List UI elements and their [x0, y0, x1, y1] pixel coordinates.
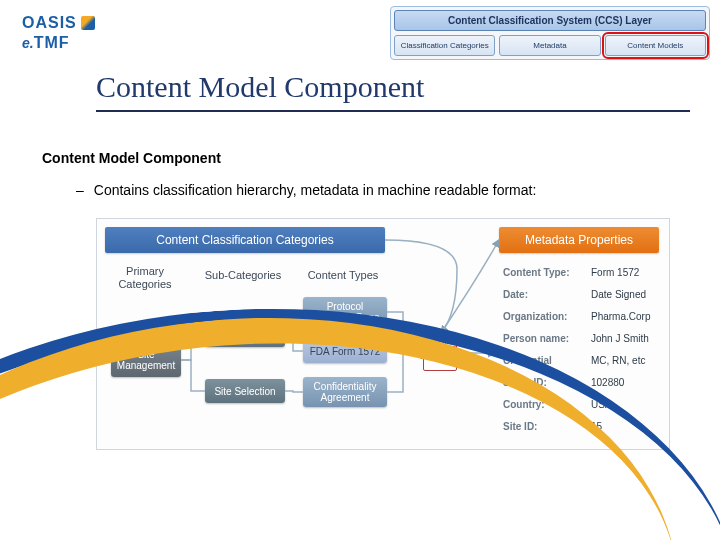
meta-label-3: Person name: — [503, 333, 569, 344]
meta-value-5: 102880 — [591, 377, 624, 388]
meta-value-0: Form 1572 — [591, 267, 639, 278]
logo-area: OASIS e.TMF — [22, 14, 95, 52]
oasis-badge-icon — [81, 16, 95, 30]
subheading: Content Model Component — [42, 150, 678, 166]
ccs-cell-metadata: Metadata — [499, 35, 600, 56]
oasis-text: OASIS — [22, 14, 77, 32]
bullet-text: Contains classification hierarchy, metad… — [94, 182, 537, 198]
oasis-logo: OASIS — [22, 14, 95, 32]
ccs-title: Content Classification System (CCS) Laye… — [394, 10, 706, 31]
meta-value-3: John J Smith — [591, 333, 649, 344]
body-area: Content Model Component Contains classif… — [42, 150, 678, 198]
ccs-layer: Content Classification System (CCS) Laye… — [390, 6, 710, 60]
page-title: Content Model Component — [96, 70, 690, 112]
etmf-logo: e.TMF — [22, 34, 95, 52]
col-sub: Sub-Categories — [201, 269, 285, 282]
meta-label-0: Content Type: — [503, 267, 569, 278]
etmf-e: e. — [22, 35, 34, 51]
bullet-item: Contains classification hierarchy, metad… — [76, 182, 678, 198]
meta-value-4: MC, RN, etc — [591, 355, 645, 366]
col-types: Content Types — [303, 269, 383, 282]
ccs-cell-classification: Classification Categories — [394, 35, 495, 56]
bar-metadata: Metadata Properties — [499, 227, 659, 253]
meta-label-2: Organization: — [503, 311, 567, 322]
ccs-cell-content-models: Content Models — [605, 35, 706, 56]
etmf-tmf: TMF — [34, 34, 70, 51]
meta-value-2: Pharma.Corp — [591, 311, 650, 322]
meta-value-1: Date Signed — [591, 289, 646, 300]
ccs-row: Classification Categories Metadata Conte… — [394, 35, 706, 56]
page-title-wrap: Content Model Component — [0, 70, 720, 112]
meta-label-1: Date: — [503, 289, 528, 300]
col-primary: Primary Categories — [115, 265, 175, 290]
bar-classification: Content Classification Categories — [105, 227, 385, 253]
